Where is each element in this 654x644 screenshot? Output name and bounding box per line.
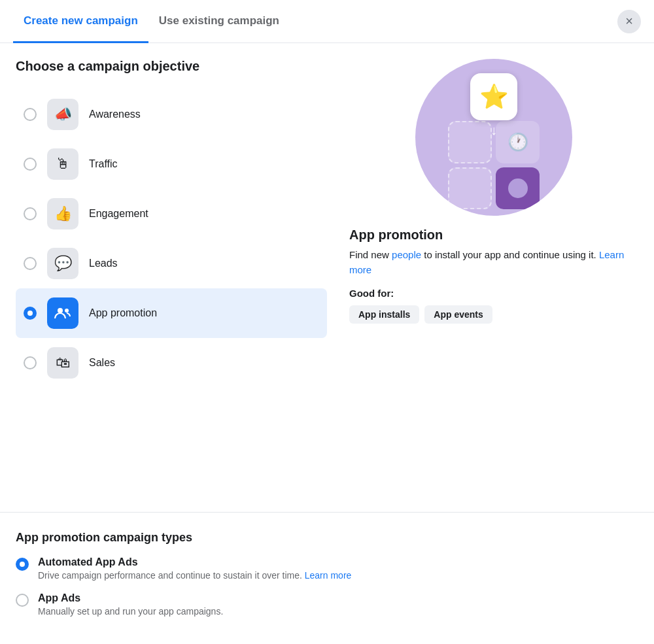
app-promotion-icon [47, 297, 78, 329]
app-ads-title: App Ads [38, 592, 223, 604]
radio-leads[interactable] [24, 257, 37, 270]
app-ads-text: App Ads Manually set up and run your app… [38, 592, 223, 617]
svg-point-0 [58, 308, 63, 313]
promo-description: Find new people to install your app and … [349, 248, 638, 277]
radio-automated[interactable] [16, 558, 29, 571]
people-icon [54, 304, 72, 322]
modal-header: Create new campaign Use existing campaig… [0, 0, 654, 43]
svg-point-1 [65, 309, 69, 313]
automated-title: Automated App Ads [38, 556, 351, 568]
objective-app-promotion[interactable]: App promotion [16, 288, 327, 338]
radio-engagement[interactable] [24, 207, 37, 220]
down-arrow-icon: ↓ [490, 123, 497, 138]
radio-app-promotion[interactable] [24, 307, 37, 320]
radio-app-ads[interactable] [16, 594, 29, 607]
automated-desc: Drive campaign performance and continue … [38, 570, 351, 581]
automated-text: Automated App Ads Drive campaign perform… [38, 556, 351, 581]
tag-app-installs: App installs [349, 305, 419, 324]
close-button[interactable]: × [617, 10, 641, 33]
left-panel: Choose a campaign objective 📣 Awareness … [16, 59, 343, 499]
campaign-type-app-ads[interactable]: App Ads Manually set up and run your app… [16, 592, 638, 617]
objective-traffic[interactable]: 🖱 Traffic [16, 139, 327, 189]
tab-create-new[interactable]: Create new campaign [13, 0, 148, 43]
right-panel: ⭐ ↓ 🕐 App promotion [343, 59, 638, 499]
modal-content: Choose a campaign objective 📣 Awareness … [0, 43, 654, 499]
awareness-label: Awareness [89, 109, 141, 120]
circle-decoration [508, 178, 528, 198]
objective-leads[interactable]: 💬 Leads [16, 239, 327, 288]
sales-label: Sales [89, 357, 115, 369]
app-promotion-label: App promotion [89, 307, 157, 319]
automated-learn-more[interactable]: Learn more [305, 570, 352, 581]
app-card: ⭐ [470, 73, 517, 120]
bottom-section: App promotion campaign types Automated A… [0, 512, 654, 644]
app-cell-clock: 🕐 [496, 121, 540, 163]
radio-sales[interactable] [24, 356, 37, 369]
campaign-modal: Create new campaign Use existing campaig… [0, 0, 654, 644]
awareness-icon: 📣 [47, 99, 78, 130]
traffic-icon: 🖱 [47, 148, 78, 180]
tab-use-existing[interactable]: Use existing campaign [148, 0, 290, 43]
app-cell-dashed-2 [448, 167, 492, 209]
objective-list: 📣 Awareness 🖱 Traffic 👍 Engagement [16, 90, 327, 388]
app-cell-dashed-1 [448, 121, 492, 163]
sales-icon: 🛍 [47, 347, 78, 379]
promo-title: App promotion [349, 228, 638, 243]
app-cell-purple [496, 167, 540, 209]
people-link[interactable]: people [392, 249, 421, 260]
star-icon: ⭐ [479, 83, 509, 110]
objective-awareness[interactable]: 📣 Awareness [16, 90, 327, 139]
objective-sales[interactable]: 🛍 Sales [16, 338, 327, 388]
good-for-label: Good for: [349, 288, 638, 299]
engagement-icon: 👍 [47, 198, 78, 229]
app-ads-desc: Manually set up and run your app campaig… [38, 606, 223, 617]
tag-list: App installs App events [349, 305, 638, 324]
radio-awareness[interactable] [24, 108, 37, 121]
campaign-type-automated[interactable]: Automated App Ads Drive campaign perform… [16, 556, 638, 581]
tag-app-events: App events [424, 305, 492, 324]
leads-icon: 💬 [47, 248, 78, 279]
traffic-label: Traffic [89, 158, 118, 170]
objective-engagement[interactable]: 👍 Engagement [16, 189, 327, 239]
engagement-label: Engagement [89, 208, 148, 220]
section-title: Choose a campaign objective [16, 59, 327, 74]
app-promo-illustration: ⭐ ↓ 🕐 [415, 59, 572, 216]
leads-label: Leads [89, 258, 118, 269]
illustration-container: ⭐ ↓ 🕐 [349, 59, 638, 216]
radio-traffic[interactable] [24, 158, 37, 171]
campaign-types-title: App promotion campaign types [16, 531, 638, 545]
